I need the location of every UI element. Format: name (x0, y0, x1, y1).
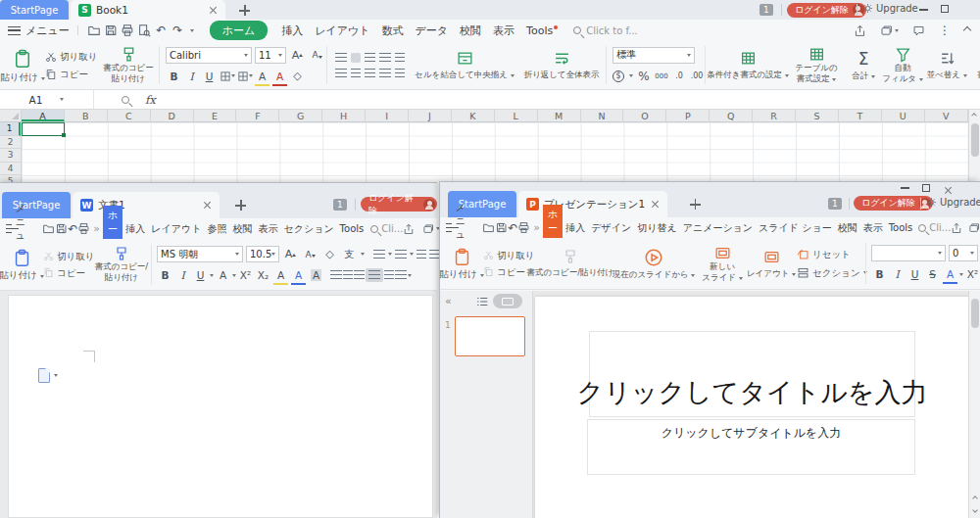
sort-button[interactable]: 並べ替え (923, 41, 970, 89)
toolbar-dropdown-icon[interactable] (190, 29, 194, 32)
table-format-button[interactable]: テーブルの書式設定 (788, 41, 845, 89)
subscript-button[interactable] (255, 267, 271, 283)
scrollbar-thumb[interactable] (971, 123, 979, 157)
slide-thumbnail-1[interactable] (455, 316, 525, 356)
column-header-N[interactable]: N (581, 110, 624, 121)
comment-icon[interactable] (912, 24, 925, 37)
column-header-S[interactable]: S (796, 110, 839, 121)
align-middle-icon[interactable] (351, 53, 361, 63)
column-header-D[interactable]: D (151, 110, 194, 121)
name-box[interactable]: A1 (0, 90, 94, 109)
tab-startpage[interactable]: StartPage (0, 0, 69, 20)
menu-tools[interactable]: Tools (337, 223, 368, 234)
numbering-icon[interactable] (395, 250, 407, 259)
font-family-select[interactable] (871, 245, 946, 261)
share-icon[interactable] (951, 222, 962, 234)
indent-decrease-icon[interactable] (416, 250, 426, 259)
increase-decimal-icon[interactable] (673, 69, 685, 84)
font-size-select[interactable]: 11 (255, 47, 286, 64)
document-page[interactable] (8, 295, 433, 518)
font-family-select[interactable]: Calibri (166, 47, 252, 64)
selected-cell-a1[interactable] (22, 122, 65, 136)
menu-view[interactable]: 表示 (487, 24, 520, 38)
print-icon[interactable] (120, 23, 136, 38)
close-tab-icon[interactable] (209, 6, 218, 15)
column-header-C[interactable]: C (108, 110, 151, 121)
paste-button[interactable]: 貼り付け (440, 238, 483, 289)
sum-button[interactable]: 合計 (845, 41, 882, 89)
font-color-button[interactable] (271, 69, 288, 84)
conditional-format-button[interactable]: 条件付き書式の設定 (708, 41, 788, 89)
switch-window-icon[interactable] (422, 223, 440, 235)
tab-book1[interactable]: S Book1 (71, 0, 225, 20)
subtitle-placeholder[interactable]: クリックしてサブタイトルを入力 (587, 419, 915, 475)
upgrade-button[interactable]: Upgrade (862, 3, 918, 14)
clear-format-button[interactable] (289, 69, 306, 84)
tab-presentation1[interactable]: P プレゼンテーション1 (518, 191, 667, 217)
asian-layout-icon[interactable] (341, 247, 358, 262)
cell-grid[interactable] (22, 122, 968, 182)
format-painter-button[interactable]: 書式のコピー/貼り付け (94, 239, 149, 290)
reset-button[interactable]: リセット (797, 248, 851, 260)
previous-slide-icon[interactable] (972, 495, 978, 501)
column-header-O[interactable]: O (623, 110, 666, 121)
copy-button[interactable]: コピー (483, 266, 525, 277)
underline-button[interactable] (192, 267, 209, 283)
new-slide-button[interactable]: 新しいスライド (699, 238, 746, 289)
restore-button[interactable] (922, 184, 930, 192)
switch-window-icon[interactable] (880, 24, 899, 37)
save-icon[interactable] (495, 220, 508, 236)
format-painter-button[interactable]: 書式のコピー貼り付け (100, 41, 157, 89)
column-header-H[interactable]: H (322, 110, 366, 121)
row-header-2[interactable]: 2 (0, 136, 21, 150)
menu-design[interactable]: デザイン (588, 221, 634, 235)
close-window-button[interactable] (944, 186, 953, 195)
italic-button[interactable] (183, 69, 200, 84)
row-header-4[interactable]: 4 (0, 163, 21, 176)
decrease-decimal-icon[interactable] (690, 69, 704, 84)
open-icon[interactable] (42, 221, 55, 237)
undo-icon[interactable] (508, 220, 517, 236)
row-header-3[interactable]: 3 (0, 149, 21, 163)
currency-format-icon[interactable]: $ (612, 71, 624, 82)
menu-references[interactable]: 参照 (204, 222, 229, 236)
restore-button[interactable] (941, 5, 949, 13)
paste-options-button[interactable] (38, 368, 58, 383)
menu-data[interactable]: データ (410, 24, 455, 38)
search-box[interactable]: Click to f... (573, 25, 638, 36)
paste-button[interactable]: 貼り付け (0, 239, 43, 290)
indent-decrease-icon[interactable] (379, 53, 391, 63)
increase-font-icon[interactable] (282, 247, 299, 262)
column-header-T[interactable]: T (839, 110, 882, 121)
search-box[interactable]: Cli... (370, 223, 403, 234)
format-painter-button[interactable]: 書式のコピー/貼り付け (532, 238, 609, 289)
undo-icon[interactable] (68, 221, 77, 237)
account-badge[interactable]: 1 (760, 4, 773, 16)
new-tab-button[interactable] (239, 5, 250, 16)
column-header-R[interactable]: R (753, 110, 796, 121)
menu-review[interactable]: 校閲 (835, 221, 860, 235)
more-icon[interactable] (939, 24, 951, 37)
print-icon[interactable] (77, 221, 90, 237)
outline-view-icon[interactable] (475, 295, 489, 308)
indent-increase-icon[interactable] (395, 53, 405, 63)
new-tab-button[interactable] (690, 199, 701, 210)
percent-format-icon[interactable] (638, 69, 650, 84)
font-color-button[interactable] (290, 267, 307, 283)
format-button[interactable]: 書式 (970, 41, 980, 89)
vertical-scrollbar[interactable] (968, 291, 980, 518)
more-tools-icon[interactable] (533, 221, 540, 234)
copy-button[interactable]: コピー (43, 267, 85, 278)
align-center-icon[interactable] (351, 69, 361, 78)
italic-button[interactable] (889, 266, 906, 282)
scrollbar-thumb[interactable] (971, 299, 979, 328)
column-header-I[interactable]: I (366, 110, 409, 121)
menu-transitions[interactable]: 切り替え (634, 221, 679, 235)
title-placeholder[interactable]: クリックしてタイトルを入力 (589, 331, 915, 417)
paste-button[interactable]: 貼り付け (0, 41, 45, 89)
more-tools-icon[interactable] (93, 222, 100, 235)
column-header-K[interactable]: K (452, 110, 495, 121)
account-badge[interactable]: 1 (828, 198, 842, 210)
save-icon[interactable] (55, 221, 68, 237)
undo-icon[interactable] (153, 23, 170, 38)
